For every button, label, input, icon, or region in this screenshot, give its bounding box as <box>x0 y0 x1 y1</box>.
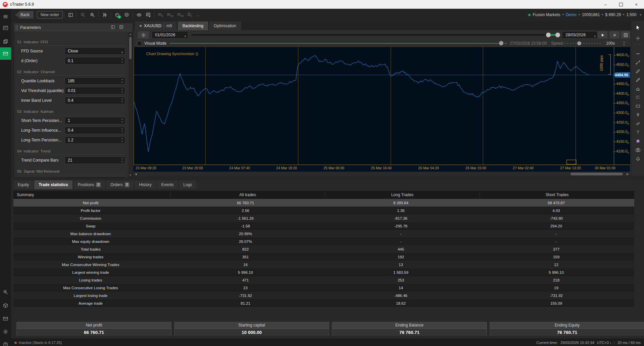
zoom-in-icon[interactable] <box>88 11 97 19</box>
chart-type-icon[interactable] <box>100 11 109 19</box>
export-icon[interactable] <box>110 25 115 31</box>
speed-stepper[interactable]: ▲▼ <box>623 40 625 46</box>
table-row[interactable]: Max Consecutive Losing Trades231419 <box>13 284 634 292</box>
backtest-settings-button[interactable] <box>138 31 149 39</box>
tab-orders[interactable]: Orders0 <box>106 180 134 189</box>
report-button[interactable] <box>621 31 630 39</box>
table-row[interactable]: Max balance drawdown20.99%-- <box>13 230 634 237</box>
shapes-icon[interactable] <box>631 111 644 119</box>
table-row[interactable]: Max Consecutive Winning Trades161312 <box>13 261 634 268</box>
account-info[interactable]: Fusion Markets • Demo • 10091861 • $ 690… <box>528 12 641 17</box>
maximize-button[interactable] <box>613 0 629 9</box>
parameter-input-show-signals[interactable]: Yes▾ <box>65 177 125 178</box>
layers-icon[interactable] <box>122 11 131 19</box>
tab-trade-statistics[interactable]: Trade statistics <box>34 180 72 189</box>
parameter-input-quantile-lookback[interactable]: 185▲▼ <box>65 77 125 85</box>
account-dropdown-caret-icon[interactable]: ▾ <box>640 13 641 16</box>
timeframe-m30-button[interactable]: m30 <box>177 12 184 17</box>
sidebar-item-products[interactable] <box>0 300 11 310</box>
crosshair-icon[interactable] <box>631 34 644 42</box>
chart-settings-icon[interactable] <box>144 11 153 19</box>
scroll-right-icon[interactable]: ▶ <box>627 172 629 176</box>
tab-symbol[interactable]: XAUUSD m5 <box>135 21 177 30</box>
tab-history[interactable]: History <box>135 180 156 189</box>
table-row[interactable]: Winning trades351192159 <box>13 253 634 261</box>
parameter-input-trend-compare-bars[interactable]: 21▲▼ <box>65 157 125 164</box>
drag-handle-icon[interactable] <box>15 25 18 30</box>
table-row[interactable]: Largest losing trade-731.92-486.46-731.9… <box>13 292 634 299</box>
table-row[interactable]: Net profit66 760.718 289.8458 470.87 <box>13 199 634 207</box>
range-start-handle[interactable] <box>546 33 551 37</box>
parameter-input-short-term-persisten-[interactable]: 1▲▼ <box>65 117 125 124</box>
color-swatch-icon[interactable] <box>631 137 644 145</box>
speed-handle[interactable] <box>577 41 581 45</box>
sidebar-item-automate[interactable] <box>0 47 11 60</box>
fibonacci-icon[interactable] <box>631 93 644 101</box>
table-row[interactable]: Largest winning trade5 996.101 583.595 9… <box>13 268 634 276</box>
tab-equity[interactable]: Equity <box>13 180 33 189</box>
parameters-header[interactable]: Parameters <box>14 23 133 32</box>
new-order-button[interactable]: New order <box>37 11 63 18</box>
zoom-out-icon[interactable] <box>78 11 88 19</box>
replay-progress-handle[interactable] <box>499 41 503 45</box>
scroll-left-icon[interactable]: ◀ <box>135 172 137 176</box>
rectangle-icon[interactable] <box>631 102 644 110</box>
horizontal-line-icon[interactable] <box>631 50 644 58</box>
replay-progress-slider[interactable] <box>170 43 501 44</box>
channel-icon[interactable] <box>631 120 644 128</box>
eye-icon[interactable] <box>134 11 144 19</box>
start-date-select[interactable]: 01/01/2026 ▾ <box>152 31 188 39</box>
scrollbar-thumb[interactable] <box>129 37 132 59</box>
minimize-button[interactable]: – <box>598 0 613 9</box>
timeframe-m15-button[interactable]: m15 <box>167 12 174 17</box>
parameter-input-inner-band-level[interactable]: 0.4▲▼ <box>65 97 125 104</box>
end-date-select[interactable]: 28/03/2026 ▾ <box>562 31 598 39</box>
menu-hamburger-icon[interactable] <box>0 11 11 21</box>
table-row[interactable]: Swap-1.58-295.78294.20 <box>13 222 634 230</box>
visual-mode-checkbox[interactable] <box>137 41 142 46</box>
trendline-icon[interactable] <box>631 58 644 67</box>
layout-icon[interactable] <box>66 11 75 19</box>
parameters-scrollbar[interactable]: ▲ ▼ <box>129 32 132 177</box>
sidebar-item-workspaces[interactable] <box>0 36 11 46</box>
parameter-input-d-order-[interactable]: 0.1▲▼ <box>65 57 125 64</box>
account-mode[interactable]: Demo <box>566 12 577 17</box>
stop-button[interactable] <box>609 31 620 39</box>
parameter-input-long-term-influence-[interactable]: 0.4▲▼ <box>65 127 125 134</box>
scroll-down-icon[interactable]: ▼ <box>129 173 132 177</box>
more-timeframes-button[interactable]: ... <box>196 12 199 17</box>
scroll-up-icon[interactable]: ▲ <box>129 32 132 36</box>
brush-icon[interactable] <box>631 76 644 84</box>
parameter-input-ffd-source[interactable]: Close▾ <box>65 47 125 55</box>
save-icon[interactable] <box>119 25 124 31</box>
sidebar-item-trade[interactable] <box>0 23 11 33</box>
range-end-handle[interactable] <box>555 33 560 37</box>
table-row[interactable]: Max equity drawdown26.07%-- <box>13 237 634 245</box>
table-row[interactable]: Profit factor2.561.354.03 <box>13 207 634 214</box>
chart-horizontal-scrollbar[interactable]: ◀ ▶ <box>134 172 630 176</box>
parameter-input-vol-threshold-quantile-[interactable]: 0.01▲▼ <box>65 87 125 94</box>
quick-trade-icon[interactable]: 1 <box>112 11 122 19</box>
timeframe-D1-button[interactable]: D1 <box>188 12 192 17</box>
price-axis[interactable]: 4600.004550.004450.004400.004350.004300.… <box>614 47 630 165</box>
pencil-icon[interactable] <box>631 67 644 75</box>
chart-scroll-thumb[interactable] <box>571 173 623 175</box>
tab-backtesting[interactable]: Backtesting <box>178 21 208 30</box>
tab-positions[interactable]: Positions0 <box>73 180 105 189</box>
timeframe-m5-button[interactable]: m5 <box>158 12 163 17</box>
table-row[interactable]: Total trades822445377 <box>13 245 634 253</box>
price-chart[interactable]: Chart Drawing Synchroniser () 1000 pips <box>134 47 614 165</box>
table-row[interactable]: Losing trades471253218 <box>13 276 634 284</box>
camera-icon[interactable] <box>631 146 644 154</box>
sidebar-item-search[interactable] <box>0 287 11 297</box>
back-button[interactable]: Back <box>15 11 34 18</box>
timezone-select[interactable]: UTC+3 ▾ <box>597 341 611 345</box>
tab-events[interactable]: Events <box>157 180 178 189</box>
sidebar-item-settings[interactable] <box>0 327 11 337</box>
sidebar-item-mail[interactable] <box>0 313 11 323</box>
eraser-icon[interactable] <box>631 85 644 93</box>
bell-icon[interactable] <box>631 155 644 163</box>
table-row[interactable]: Average trade81.2118.62155.09 <box>13 299 634 307</box>
time-axis[interactable]: 23 Mar 09:2023 Mar 20:0024 Mar 07:4024 M… <box>134 165 630 172</box>
table-row[interactable]: Commission-1 561.26-817.36-743.90 <box>13 214 634 222</box>
